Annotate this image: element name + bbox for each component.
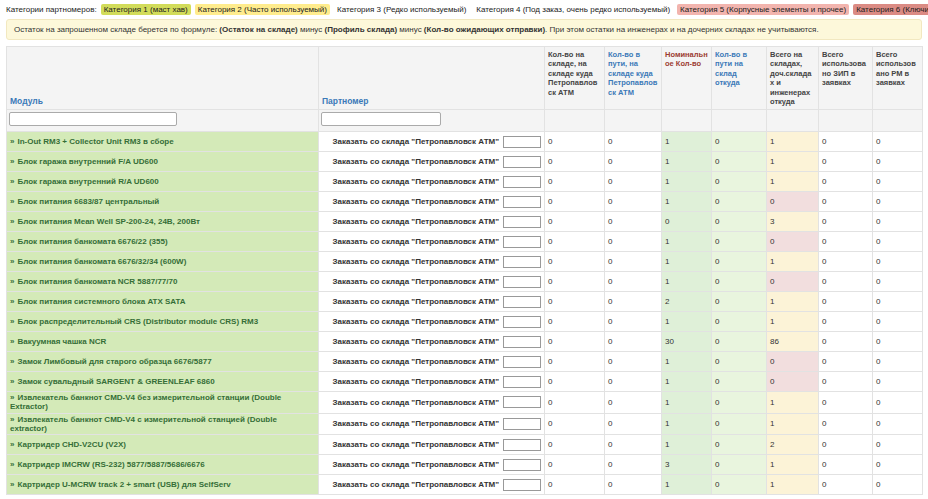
value-cell: 0 [819,272,873,292]
value-cell: 0 [662,212,712,232]
order-label: Заказать со склада "Петропавловск АТМ" [333,297,499,306]
value-cell: 0 [712,435,767,455]
module-cell[interactable]: »Блок гаража внутренний F/A UD600 [7,152,319,172]
value-cell: 0 [767,352,819,372]
order-qty-input[interactable] [503,256,541,268]
value-cell: 0 [767,272,819,292]
value-cell: 0 [605,192,662,212]
value-cell: 0 [873,292,923,312]
value-cell: 0 [819,152,873,172]
module-cell[interactable]: »Блок питания Mean Well SP-200-24, 24В, … [7,212,319,232]
order-qty-input[interactable] [503,316,541,328]
value-cell: 0 [712,152,767,172]
value-cell: 0 [545,132,605,152]
order-qty-input[interactable] [503,479,541,491]
value-cell: 0 [712,392,767,413]
order-cell: Заказать со склада "Петропавловск АТМ" [319,152,545,172]
order-qty-input[interactable] [503,136,541,148]
expand-arrow-icon: » [10,415,14,424]
module-cell[interactable]: »Картридер CHD-V2CU (V2X) [7,435,319,455]
qty-transit-dest-header[interactable]: Кол-во в пути, на складе куда Петропавло… [608,50,657,97]
value-cell: 1 [662,352,712,372]
order-qty-input[interactable] [503,396,541,408]
order-qty-input[interactable] [503,176,541,188]
value-cell: 0 [712,272,767,292]
order-qty-input[interactable] [503,336,541,348]
order-qty-input[interactable] [503,459,541,471]
parts-table-container: Модуль Партномер Кол-во на складе, на ск… [6,46,922,495]
expand-arrow-icon: » [10,440,14,449]
qty-transit-src-header[interactable]: Кол-во в пути на склад откуда [715,50,747,87]
value-cell: 0 [819,312,873,332]
order-cell: Заказать со склада "Петропавловск АТМ" [319,435,545,455]
order-label: Заказать со склада "Петропавловск АТМ" [333,237,499,246]
module-filter-input[interactable] [9,112,177,126]
table-row: »Блок питания Mean Well SP-200-24, 24В, … [7,212,923,232]
module-label: Извлекатель банкнот CMD-V4 с измерительн… [10,415,277,433]
order-qty-input[interactable] [503,356,541,368]
partnumber-column-header[interactable]: Партномер [322,96,369,106]
module-cell[interactable]: »Блок гаража внутренний R/A UD600 [7,172,319,192]
expand-arrow-icon: » [10,317,14,326]
module-column-header[interactable]: Модуль [10,96,43,106]
table-row: »Вакуумная чашка NCR Заказать со склада … [7,332,923,352]
order-qty-input[interactable] [503,296,541,308]
order-cell: Заказать со склада "Петропавловск АТМ" [319,272,545,292]
value-cell: 0 [873,132,923,152]
module-cell[interactable]: »Замок Лимбовый для старого образца 6676… [7,352,319,372]
value-cell: 1 [767,413,819,434]
value-cell: 0 [605,475,662,495]
order-label: Заказать со склада "Петропавловск АТМ" [333,277,499,286]
module-label: Картридер IMCRW (RS-232) 5877/5887/5686/… [17,460,204,469]
value-cell: 1 [767,312,819,332]
order-qty-input[interactable] [503,418,541,430]
order-cell: Заказать со склада "Петропавловск АТМ" [319,332,545,352]
value-cell: 0 [767,372,819,392]
module-cell[interactable]: »Извлекатель банкнот CMD-V4 с измеритель… [7,413,319,434]
module-label: Блок питания банкомата 6676/32/34 (600W) [17,257,186,266]
order-label: Заказать со склада "Петропавловск АТМ" [333,177,499,186]
order-qty-input[interactable] [503,376,541,388]
value-cell: 0 [712,212,767,232]
module-cell[interactable]: »Блок питания системного блока ATX SATA [7,292,319,312]
value-cell: 1 [767,392,819,413]
module-cell[interactable]: »Картридер U-MCRW track 2 + smart (USB) … [7,475,319,495]
module-cell[interactable]: »Замок сувальдный SARGENT & GREENLEAF 68… [7,372,319,392]
value-cell: 86 [767,332,819,352]
partnumber-filter-input[interactable] [321,112,441,126]
order-qty-input[interactable] [503,236,541,248]
module-cell[interactable]: »Картридер IMCRW (RS-232) 5877/5887/5686… [7,455,319,475]
order-qty-input[interactable] [503,439,541,451]
category-chip-6: Категория 6 (Ключи, кассеты, инструмент) [853,4,928,15]
value-cell: 0 [873,212,923,232]
module-cell[interactable]: »Блок питания банкомата NCR 5887/77/70 [7,272,319,292]
expand-arrow-icon: » [10,177,14,186]
value-cell: 1 [662,435,712,455]
module-cell[interactable]: »Блок питания 6683/87 центральный [7,192,319,212]
order-qty-input[interactable] [503,216,541,228]
value-cell: 0 [545,435,605,455]
order-qty-input[interactable] [503,276,541,288]
order-qty-input[interactable] [503,196,541,208]
value-cell: 2 [767,435,819,455]
module-cell[interactable]: »In-Out RM3 + Collector Unit RM3 в сборе [7,132,319,152]
module-cell[interactable]: »Блок распределительный CRS (Distributor… [7,312,319,332]
category-chip-2: Категория 2 (Часто используемый) [195,4,330,15]
order-cell: Заказать со склада "Петропавловск АТМ" [319,352,545,372]
expand-arrow-icon: » [10,337,14,346]
value-cell: 0 [605,132,662,152]
module-cell[interactable]: »Блок питания банкомата 6676/32/34 (600W… [7,252,319,272]
module-cell[interactable]: »Вакуумная чашка NCR [7,332,319,352]
module-cell[interactable]: »Извлекатель банкнот CMD-V4 без измерите… [7,392,319,413]
order-label: Заказать со склада "Петропавловск АТМ" [333,157,499,166]
value-cell: 0 [873,172,923,192]
category-chips: Категория 1 (маст хав)Категория 2 (Часто… [101,4,928,15]
value-cell: 0 [545,392,605,413]
table-row: »Картридер IMCRW (RS-232) 5877/5887/5686… [7,455,923,475]
table-row: »Картридер CHD-V2CU (V2X) Заказать со ск… [7,435,923,455]
order-cell: Заказать со склада "Петропавловск АТМ" [319,312,545,332]
order-label: Заказать со склада "Петропавловск АТМ" [333,419,499,428]
module-cell[interactable]: »Блок питания банкомата 6676/22 (355) [7,232,319,252]
value-cell: 0 [605,152,662,172]
order-qty-input[interactable] [503,156,541,168]
